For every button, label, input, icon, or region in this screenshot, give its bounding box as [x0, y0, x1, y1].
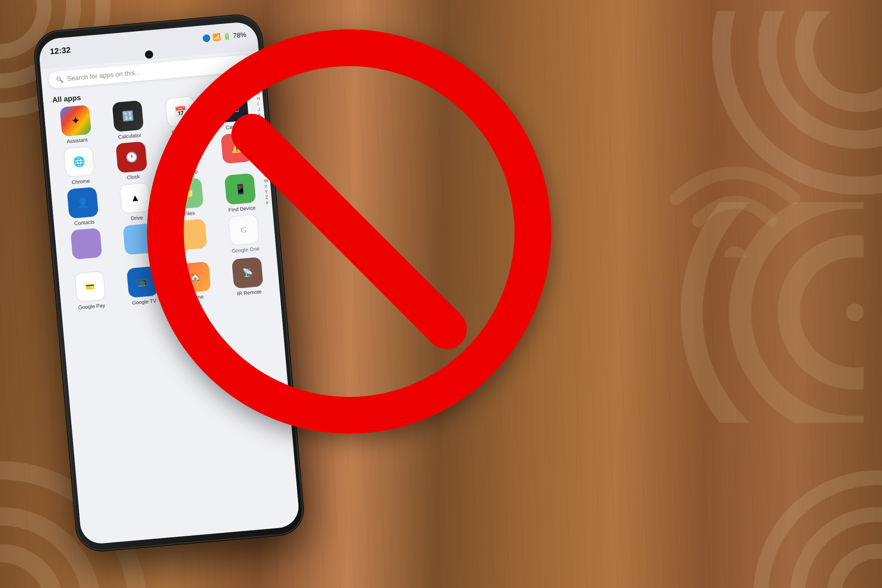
no-sign-bar: [223, 105, 475, 358]
app-assistant-label: Assistant: [66, 137, 88, 144]
app-contacts[interactable]: 👤 Contacts: [57, 186, 110, 228]
app-chrome-label: Chrome: [71, 178, 90, 185]
svg-point-3: [804, 11, 882, 103]
search-icon: 🔍: [56, 76, 64, 83]
svg-point-16: [724, 246, 746, 257]
all-apps-label: All apps: [52, 93, 81, 104]
app-drive-label: Drive: [131, 214, 143, 222]
svg-point-4: [767, 11, 882, 140]
app-contacts-label: Contacts: [74, 219, 94, 226]
app-assistant[interactable]: ✦ Assistant: [49, 104, 102, 146]
status-time: 12:32: [50, 45, 71, 57]
app-google-pay[interactable]: 💳 Google Pay: [64, 270, 117, 311]
app-row4-1[interactable]: [60, 227, 113, 268]
app-chrome[interactable]: 🌐 Chrome: [53, 145, 106, 186]
app-clock-label: Clock: [127, 174, 140, 180]
app-calculator-label: Calculator: [118, 132, 141, 140]
svg-point-12: [846, 303, 864, 321]
svg-point-6: [0, 553, 55, 588]
no-sign: [147, 29, 551, 434]
no-sign-circle: [147, 29, 551, 434]
app-google-pay-label: Google Pay: [78, 302, 105, 310]
search-placeholder: Search for apps on this...: [67, 69, 141, 82]
svg-point-13: [834, 551, 882, 588]
